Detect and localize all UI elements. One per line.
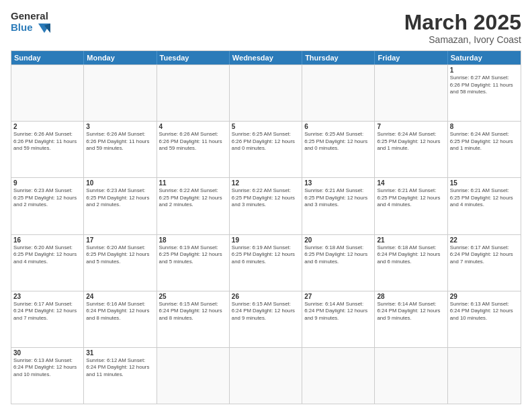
cell-info: Sunrise: 6:26 AM Sunset: 6:26 PM Dayligh…: [159, 131, 227, 152]
calendar-cell: 28Sunrise: 6:14 AM Sunset: 6:24 PM Dayli…: [375, 291, 447, 347]
day-number: 15: [450, 179, 519, 187]
calendar-cell: [11, 65, 84, 121]
cell-info: Sunrise: 6:24 AM Sunset: 6:25 PM Dayligh…: [377, 131, 445, 152]
calendar: Sunday Monday Tuesday Wednesday Thursday…: [11, 50, 521, 404]
calendar-cell: 10Sunrise: 6:23 AM Sunset: 6:25 PM Dayli…: [84, 178, 157, 234]
cell-info: Sunrise: 6:26 AM Sunset: 6:26 PM Dayligh…: [13, 131, 81, 152]
cell-info: Sunrise: 6:21 AM Sunset: 6:25 PM Dayligh…: [304, 187, 372, 209]
day-number: 3: [86, 123, 154, 130]
day-number: 23: [13, 293, 81, 300]
cell-info: Sunrise: 6:18 AM Sunset: 6:24 PM Dayligh…: [377, 244, 445, 266]
cell-info: Sunrise: 6:18 AM Sunset: 6:25 PM Dayligh…: [304, 244, 372, 266]
cell-info: Sunrise: 6:25 AM Sunset: 6:26 PM Dayligh…: [232, 131, 300, 152]
calendar-cell: 23Sunrise: 6:17 AM Sunset: 6:24 PM Dayli…: [11, 291, 84, 347]
calendar-cell: 15Sunrise: 6:21 AM Sunset: 6:25 PM Dayli…: [448, 178, 521, 234]
cell-info: Sunrise: 6:15 AM Sunset: 6:24 PM Dayligh…: [159, 301, 227, 322]
cell-info: Sunrise: 6:27 AM Sunset: 6:26 PM Dayligh…: [450, 75, 519, 96]
calendar-cell: 18Sunrise: 6:19 AM Sunset: 6:25 PM Dayli…: [157, 235, 230, 291]
week-row-2: 9Sunrise: 6:23 AM Sunset: 6:25 PM Daylig…: [11, 177, 521, 234]
calendar-cell: [302, 348, 375, 404]
calendar-cell: [375, 348, 447, 404]
header-friday: Friday: [375, 51, 447, 64]
day-number: 1: [450, 66, 519, 74]
cell-info: Sunrise: 6:15 AM Sunset: 6:24 PM Dayligh…: [232, 301, 300, 322]
calendar-cell: 27Sunrise: 6:14 AM Sunset: 6:24 PM Dayli…: [302, 291, 375, 347]
week-row-4: 23Sunrise: 6:17 AM Sunset: 6:24 PM Dayli…: [11, 291, 521, 347]
cell-info: Sunrise: 6:13 AM Sunset: 6:24 PM Dayligh…: [450, 301, 519, 322]
day-number: 31: [86, 349, 154, 357]
cell-info: Sunrise: 6:23 AM Sunset: 6:25 PM Dayligh…: [86, 187, 154, 209]
cell-info: Sunrise: 6:25 AM Sunset: 6:25 PM Dayligh…: [304, 131, 372, 152]
header-wednesday: Wednesday: [230, 51, 302, 64]
cell-info: Sunrise: 6:23 AM Sunset: 6:25 PM Dayligh…: [13, 187, 81, 209]
calendar-cell: 20Sunrise: 6:18 AM Sunset: 6:25 PM Dayli…: [302, 235, 375, 291]
cell-info: Sunrise: 6:19 AM Sunset: 6:25 PM Dayligh…: [159, 244, 227, 266]
cell-info: Sunrise: 6:26 AM Sunset: 6:26 PM Dayligh…: [86, 131, 154, 152]
cell-info: Sunrise: 6:21 AM Sunset: 6:25 PM Dayligh…: [450, 187, 519, 209]
day-number: 10: [86, 179, 154, 187]
calendar-cell: 22Sunrise: 6:17 AM Sunset: 6:24 PM Dayli…: [448, 235, 521, 291]
day-number: 8: [450, 123, 519, 130]
cell-info: Sunrise: 6:21 AM Sunset: 6:25 PM Dayligh…: [377, 187, 445, 209]
cell-info: Sunrise: 6:17 AM Sunset: 6:24 PM Dayligh…: [13, 301, 81, 322]
header-monday: Monday: [84, 51, 157, 64]
calendar-cell: 12Sunrise: 6:22 AM Sunset: 6:25 PM Dayli…: [230, 178, 302, 234]
calendar-title: March 2025: [404, 11, 521, 34]
day-number: 19: [232, 236, 300, 244]
calendar-cell: 4Sunrise: 6:26 AM Sunset: 6:26 PM Daylig…: [157, 122, 230, 177]
cell-info: Sunrise: 6:17 AM Sunset: 6:24 PM Dayligh…: [450, 244, 519, 266]
page: General Blue March 2025 Samazan, Ivory C…: [0, 0, 532, 411]
day-number: 14: [377, 179, 445, 187]
calendar-cell: 31Sunrise: 6:12 AM Sunset: 6:24 PM Dayli…: [84, 348, 157, 404]
calendar-cell: 14Sunrise: 6:21 AM Sunset: 6:25 PM Dayli…: [375, 178, 447, 234]
cell-info: Sunrise: 6:13 AM Sunset: 6:24 PM Dayligh…: [13, 357, 81, 379]
calendar-cell: 24Sunrise: 6:16 AM Sunset: 6:24 PM Dayli…: [84, 291, 157, 347]
calendar-cell: 17Sunrise: 6:20 AM Sunset: 6:25 PM Dayli…: [84, 235, 157, 291]
calendar-cell: [84, 65, 157, 121]
calendar-cell: 8Sunrise: 6:24 AM Sunset: 6:25 PM Daylig…: [448, 122, 521, 177]
cell-info: Sunrise: 6:22 AM Sunset: 6:25 PM Dayligh…: [159, 187, 227, 209]
calendar-cell: 11Sunrise: 6:22 AM Sunset: 6:25 PM Dayli…: [157, 178, 230, 234]
day-number: 12: [232, 179, 300, 187]
cell-info: Sunrise: 6:12 AM Sunset: 6:24 PM Dayligh…: [86, 357, 154, 379]
calendar-cell: 19Sunrise: 6:19 AM Sunset: 6:25 PM Dayli…: [230, 235, 302, 291]
calendar-cell: 25Sunrise: 6:15 AM Sunset: 6:24 PM Dayli…: [157, 291, 230, 347]
calendar-cell: 21Sunrise: 6:18 AM Sunset: 6:24 PM Dayli…: [375, 235, 447, 291]
day-number: 20: [304, 236, 372, 244]
calendar-cell: 1Sunrise: 6:27 AM Sunset: 6:26 PM Daylig…: [448, 65, 521, 121]
cell-info: Sunrise: 6:24 AM Sunset: 6:25 PM Dayligh…: [450, 131, 519, 152]
logo: General Blue: [11, 11, 50, 33]
day-number: 28: [377, 293, 445, 300]
cell-info: Sunrise: 6:22 AM Sunset: 6:25 PM Dayligh…: [232, 187, 300, 209]
calendar-cell: 2Sunrise: 6:26 AM Sunset: 6:26 PM Daylig…: [11, 122, 84, 177]
cell-info: Sunrise: 6:20 AM Sunset: 6:25 PM Dayligh…: [13, 244, 81, 266]
day-number: 13: [304, 179, 372, 187]
calendar-header-row: Sunday Monday Tuesday Wednesday Thursday…: [11, 51, 521, 64]
day-number: 29: [450, 293, 519, 300]
calendar-cell: 29Sunrise: 6:13 AM Sunset: 6:24 PM Dayli…: [448, 291, 521, 347]
calendar-cell: 9Sunrise: 6:23 AM Sunset: 6:25 PM Daylig…: [11, 178, 84, 234]
day-number: 22: [450, 236, 519, 244]
day-number: 27: [304, 293, 372, 300]
calendar-cell: [302, 65, 375, 121]
header-saturday: Saturday: [448, 51, 521, 64]
day-number: 2: [13, 123, 81, 130]
calendar-cell: [157, 348, 230, 404]
day-number: 21: [377, 236, 445, 244]
day-number: 5: [232, 123, 300, 130]
calendar-cell: 26Sunrise: 6:15 AM Sunset: 6:24 PM Dayli…: [230, 291, 302, 347]
week-row-0: 1Sunrise: 6:27 AM Sunset: 6:26 PM Daylig…: [11, 64, 521, 121]
calendar-body: 1Sunrise: 6:27 AM Sunset: 6:26 PM Daylig…: [11, 64, 521, 404]
cell-info: Sunrise: 6:16 AM Sunset: 6:24 PM Dayligh…: [86, 301, 154, 322]
calendar-cell: 5Sunrise: 6:25 AM Sunset: 6:26 PM Daylig…: [230, 122, 302, 177]
header-thursday: Thursday: [302, 51, 375, 64]
cell-info: Sunrise: 6:19 AM Sunset: 6:25 PM Dayligh…: [232, 244, 300, 266]
week-row-5: 30Sunrise: 6:13 AM Sunset: 6:24 PM Dayli…: [11, 347, 521, 404]
day-number: 18: [159, 236, 227, 244]
day-number: 24: [86, 293, 154, 300]
calendar-cell: 30Sunrise: 6:13 AM Sunset: 6:24 PM Dayli…: [11, 348, 84, 404]
calendar-cell: [375, 65, 447, 121]
cell-info: Sunrise: 6:14 AM Sunset: 6:24 PM Dayligh…: [377, 301, 445, 322]
calendar-cell: 16Sunrise: 6:20 AM Sunset: 6:25 PM Dayli…: [11, 235, 84, 291]
calendar-cell: 13Sunrise: 6:21 AM Sunset: 6:25 PM Dayli…: [302, 178, 375, 234]
